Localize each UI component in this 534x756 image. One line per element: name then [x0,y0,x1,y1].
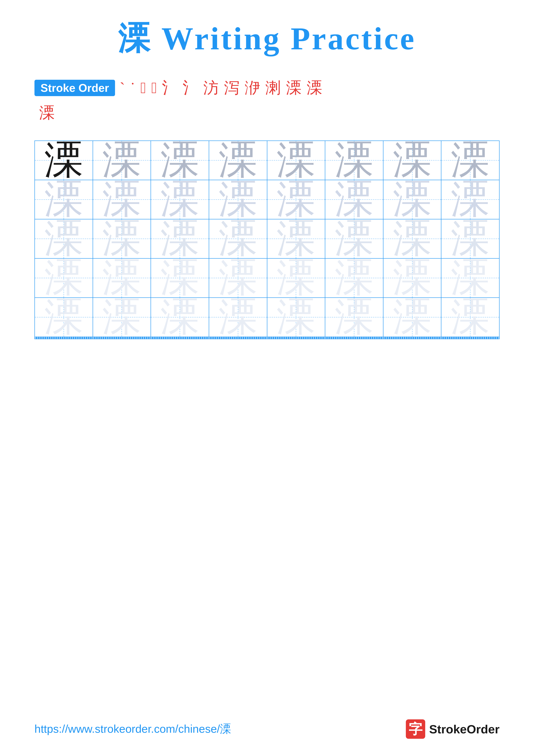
practice-char: 溧 [161,256,199,299]
footer-logo: 字 StrokeOrder [406,719,499,739]
stroke-order-badge: Stroke Order [35,80,115,96]
grid-cell: 溧 [209,298,267,337]
footer: https://www.strokeorder.com/chinese/溧 字 … [35,719,499,739]
practice-char: 溧 [44,256,83,299]
practice-char: 溧 [44,217,83,260]
practice-char: 溧 [219,217,257,260]
practice-char: 溧 [161,178,199,221]
title-chinese-char: 溧 [118,21,152,56]
grid-cell [151,338,209,339]
practice-char: 溧 [277,256,315,299]
grid-cell: 溧 [267,298,325,337]
grid-cell: 溧 [209,180,267,219]
stroke-4: 𠃎 [149,79,159,97]
stroke-11: 溧 [284,78,304,98]
practice-char: 溧 [335,178,373,221]
practice-char: 溧 [219,178,257,221]
grid-cell: 溧 [35,298,93,337]
stroke-1: ` [117,79,128,97]
grid-row-10 [35,338,499,339]
practice-char: 溧 [393,296,432,338]
practice-char: 溧 [44,296,83,338]
practice-char: 溧 [393,178,432,221]
grid-cell: 溧 [383,180,441,219]
practice-char: 溧 [393,256,432,299]
practice-char: 溧 [451,178,490,221]
practice-char: 溧 [102,139,141,182]
stroke-10: 溂 [263,78,284,98]
practice-char: 溧 [161,139,199,182]
grid-cell: 溧 [325,298,383,337]
grid-row-5: 溧 溧 溧 溧 溧 溧 溧 [35,298,499,337]
footer-logo-text: StrokeOrder [429,722,499,736]
practice-char: 溧 [102,217,141,260]
page: 溧 Writing Practice Stroke Order ` ˙ 𠃊 𠃎 … [0,0,534,756]
page-title: 溧 Writing Practice [118,17,416,60]
grid-cell: 溧 [35,258,93,298]
stroke-sequence: ` ˙ 𠃊 𠃎 氵 氵 汸 泻 洢 溂 溧 溧 [117,78,325,98]
practice-char: 溧 [393,217,432,260]
grid-cell: 溧 [267,141,325,180]
grid-row-3: 溧 溧 溧 溧 溧 溧 溧 [35,219,499,258]
grid-cell: 溧 [267,219,325,258]
grid-cell: 溧 [151,141,209,180]
grid-cell: 溧 [325,258,383,298]
grid-cell [209,338,267,339]
practice-char: 溧 [451,256,490,299]
title-text: Writing Practice [152,21,416,56]
grid-cell: 溧 [151,219,209,258]
stroke-7: 汸 [201,78,221,98]
practice-char: 溧 [44,139,83,182]
grid-row-4: 溧 溧 溧 溧 溧 溧 溧 [35,258,499,298]
grid-cell: 溧 [93,219,151,258]
practice-char: 溧 [451,139,490,182]
practice-char: 溧 [102,296,141,338]
stroke-8: 泻 [221,78,242,98]
grid-cell: 溧 [383,141,441,180]
grid-cell: 溧 [267,180,325,219]
grid-cell: 溧 [93,180,151,219]
grid-cell: 溧 [383,258,441,298]
practice-char: 溧 [277,139,315,182]
practice-char: 溧 [451,296,490,338]
grid-cell: 溧 [35,180,93,219]
grid-cell: 溧 [209,141,267,180]
practice-char: 溧 [335,217,373,260]
grid-cell: 溧 [93,258,151,298]
grid-cell: 溧 [35,141,93,180]
grid-cell: 溧 [325,141,383,180]
practice-char: 溧 [102,256,141,299]
grid-cell: 溧 [383,298,441,337]
grid-cell: 溧 [93,298,151,337]
grid-cell: 溧 [325,219,383,258]
footer-url[interactable]: https://www.strokeorder.com/chinese/溧 [35,721,231,737]
practice-char: 溧 [44,178,83,221]
stroke-order-row: Stroke Order ` ˙ 𠃊 𠃎 氵 氵 汸 泻 洢 溂 溧 溧 [35,78,499,98]
practice-char: 溧 [277,178,315,221]
grid-cell: 溧 [441,141,499,180]
grid-row-1: 溧 溧 溧 溧 溧 溧 溧 [35,141,499,180]
practice-char: 溧 [335,139,373,182]
practice-grid: 溧 溧 溧 溧 溧 溧 溧 [35,141,499,339]
grid-cell: 溧 [267,258,325,298]
grid-cell: 溧 [209,258,267,298]
grid-cell: 溧 [383,219,441,258]
practice-char: 溧 [335,256,373,299]
grid-cell: 溧 [441,298,499,337]
grid-cell: 溧 [151,298,209,337]
practice-char: 溧 [219,256,257,299]
grid-cell: 溧 [151,180,209,219]
practice-char: 溧 [219,296,257,338]
stroke-9: 洢 [242,78,263,98]
practice-char: 溧 [335,296,373,338]
grid-cell [267,338,325,339]
stroke-order-section: Stroke Order ` ˙ 𠃊 𠃎 氵 氵 汸 泻 洢 溂 溧 溧 溧 [35,78,499,123]
grid-cell: 溧 [441,180,499,219]
practice-char: 溧 [161,296,199,338]
grid-cell: 溧 [151,258,209,298]
practice-char: 溧 [277,296,315,338]
practice-char: 溧 [102,178,141,221]
grid-cell: 溧 [93,141,151,180]
stroke-last-line: 溧 [39,103,499,123]
grid-cell [441,338,499,339]
